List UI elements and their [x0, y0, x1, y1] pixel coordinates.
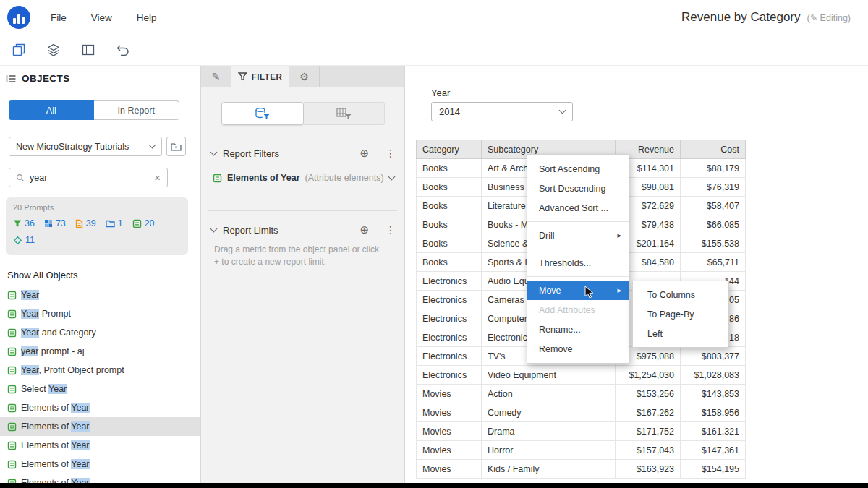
cell[interactable]: $163,923	[616, 460, 681, 479]
cell[interactable]: Books	[417, 215, 482, 234]
report-filters-header[interactable]: Report Filters ⊕ ⋮	[211, 147, 396, 160]
cell[interactable]: Electronics	[417, 309, 482, 328]
submenu-item-to-page-by[interactable]: To Page-By	[633, 304, 728, 324]
cell[interactable]: Video Equipment	[482, 366, 616, 385]
submenu-item-left[interactable]: Left	[633, 324, 728, 343]
list-item[interactable]: year prompt - aj	[0, 342, 200, 361]
cell[interactable]: Electronics	[417, 291, 482, 309]
report-limits-header[interactable]: Report Limits ⊕ ⋮	[211, 223, 396, 236]
cell[interactable]: Books	[417, 234, 482, 253]
cell[interactable]: Comedy	[482, 403, 616, 422]
list-item[interactable]: Select Year	[0, 380, 200, 398]
context-menu-item-drill[interactable]: Drill▸	[527, 226, 629, 245]
list-item[interactable]: Elements of Year	[0, 398, 200, 417]
cell[interactable]: Horror	[482, 441, 616, 460]
cell[interactable]: Electronics	[417, 328, 482, 347]
cell[interactable]: Movies	[417, 403, 482, 422]
tab-all[interactable]: All	[9, 100, 94, 120]
cell[interactable]: Movies	[417, 385, 482, 403]
tab-filter[interactable]: FILTER	[231, 66, 289, 87]
menu-view[interactable]: View	[91, 12, 112, 23]
cell[interactable]: $88,179	[681, 159, 746, 178]
cell[interactable]: Books	[417, 178, 482, 197]
cell[interactable]: $803,377	[681, 347, 746, 366]
new-report-icon[interactable]	[9, 40, 29, 60]
tab-in-report[interactable]: In Report	[94, 100, 180, 120]
menu-help[interactable]: Help	[137, 12, 157, 23]
cell[interactable]: $66,085	[681, 215, 746, 234]
cell[interactable]: Electronics	[417, 347, 482, 366]
data-filter-toggle[interactable]	[221, 102, 304, 125]
cell[interactable]: Movies	[417, 460, 482, 479]
cell[interactable]: Books	[417, 159, 482, 178]
show-all-objects-link[interactable]: Show All Objects	[7, 270, 78, 281]
cell[interactable]: $65,711	[681, 253, 746, 272]
cell[interactable]: $157,043	[616, 441, 681, 460]
browse-folder-button[interactable]	[166, 137, 186, 156]
column-header-cost[interactable]: Cost	[681, 140, 746, 159]
context-menu-item-advanced-sort[interactable]: Advanced Sort ...	[527, 198, 629, 218]
list-item[interactable]: Year Prompt	[0, 304, 200, 323]
cell[interactable]: Action	[482, 385, 616, 403]
chevron-down-icon[interactable]	[388, 173, 395, 180]
cell[interactable]: $143,853	[681, 385, 746, 403]
context-menu-item-move[interactable]: Move▸	[527, 281, 629, 300]
prompt-count-prompt[interactable]: 20	[132, 218, 155, 228]
context-menu-item-remove[interactable]: Remove	[527, 339, 629, 359]
list-item[interactable]: Elements of Year	[0, 455, 200, 474]
list-item[interactable]: Elements of Year	[0, 474, 200, 483]
submenu-item-to-columns[interactable]: To Columns	[633, 285, 728, 304]
cell[interactable]: $167,262	[616, 403, 681, 422]
dataset-icon[interactable]	[78, 40, 98, 60]
folder-dropdown[interactable]: New MicroStrategy Tutorials	[9, 137, 162, 156]
cell[interactable]: $76,319	[681, 178, 746, 197]
limits-menu-icon[interactable]: ⋮	[386, 224, 396, 236]
list-item[interactable]: Year	[0, 286, 200, 304]
cell[interactable]: $147,361	[681, 441, 746, 460]
cell[interactable]: $161,321	[681, 422, 746, 441]
cell[interactable]: Kids / Family	[482, 460, 616, 479]
add-limit-icon[interactable]: ⊕	[359, 223, 369, 236]
cell[interactable]: Movies	[417, 441, 482, 460]
objects-stack-icon[interactable]	[43, 40, 64, 60]
context-menu-item-sort-ascending[interactable]: Sort Ascending	[527, 159, 629, 179]
cell[interactable]: $154,195	[681, 460, 746, 479]
add-filter-icon[interactable]: ⊕	[359, 147, 369, 160]
prompt-count-document[interactable]: 39	[75, 218, 96, 228]
prompt-count-filter[interactable]: 36	[13, 218, 35, 228]
prompt-count-folder[interactable]: 1	[106, 218, 123, 228]
search-input[interactable]: year ×	[9, 168, 168, 187]
view-filter-toggle[interactable]	[304, 102, 386, 125]
clear-search-icon[interactable]: ×	[154, 171, 161, 184]
cell[interactable]: Electronics	[417, 272, 482, 291]
tab-settings[interactable]: ⚙	[289, 66, 320, 87]
cell[interactable]: $158,956	[681, 403, 746, 422]
list-item[interactable]: Elements of Year	[0, 436, 200, 455]
menu-file[interactable]: File	[51, 12, 67, 23]
cell[interactable]: Movies	[417, 422, 482, 441]
prompt-count-grid[interactable]: 73	[44, 218, 66, 228]
filter-item-elements-of-year[interactable]: Elements of Year (Attribute elements)	[213, 173, 397, 183]
list-item[interactable]: Elements of Year	[0, 417, 200, 436]
cell[interactable]: $171,752	[616, 422, 681, 441]
year-dropdown[interactable]: 2014	[431, 102, 573, 121]
column-header-category[interactable]: Category	[417, 140, 482, 159]
cell[interactable]: $58,407	[681, 197, 746, 215]
cell[interactable]: Books	[417, 197, 482, 215]
cell[interactable]: $1,028,083	[681, 366, 746, 385]
app-logo-icon[interactable]	[7, 6, 30, 29]
list-item[interactable]: Year, Profit Object prompt	[0, 361, 200, 380]
cell[interactable]: $153,256	[616, 385, 681, 403]
cell[interactable]: $155,538	[681, 234, 746, 253]
filters-menu-icon[interactable]: ⋮	[386, 147, 396, 159]
cell[interactable]: Drama	[482, 422, 616, 441]
cell[interactable]: Electronics	[417, 366, 482, 385]
context-menu-item-thresholds[interactable]: Thresholds...	[527, 253, 629, 273]
context-menu-item-sort-descending[interactable]: Sort Descending	[527, 179, 629, 198]
undo-icon[interactable]	[113, 40, 133, 60]
tab-edit[interactable]: ✎	[201, 66, 231, 87]
cell[interactable]: Books	[417, 253, 482, 272]
prompt-count-attribute[interactable]: 11	[13, 235, 35, 245]
cell[interactable]: $1,254,030	[616, 366, 681, 385]
list-item[interactable]: Year and Category	[0, 323, 200, 342]
